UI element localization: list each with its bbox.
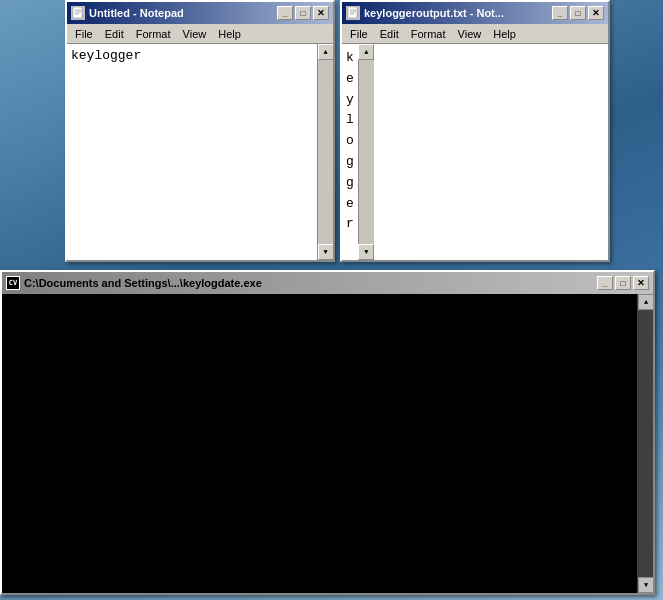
notepad2-maximize-button[interactable]: □ — [570, 6, 586, 20]
notepad2-menu-help[interactable]: Help — [487, 26, 522, 42]
notepad2-icon — [346, 6, 360, 20]
notepad1-scrollbar: ▲ ▼ — [317, 44, 333, 260]
notepad1-menu-edit[interactable]: Edit — [99, 26, 130, 42]
notepad1-icon — [71, 6, 85, 20]
svg-rect-0 — [73, 7, 82, 18]
notepad1-scroll-down[interactable]: ▼ — [318, 244, 334, 260]
notepad1-minimize-button[interactable]: _ — [277, 6, 293, 20]
cmd-titlebar: CV C:\Documents and Settings\...\keylogd… — [2, 272, 653, 294]
cmd-scrollbar: ▲ ▼ — [637, 294, 653, 593]
notepad1-scroll-track[interactable] — [318, 60, 333, 244]
notepad1-window: Untitled - Notepad _ □ ✕ File Edit Forma… — [65, 0, 335, 262]
notepad1-menu-view[interactable]: View — [177, 26, 213, 42]
notepad2-close-button[interactable]: ✕ — [588, 6, 604, 20]
notepad2-menu-file[interactable]: File — [344, 26, 374, 42]
cmd-title: C:\Documents and Settings\...\keylogdate… — [24, 277, 593, 289]
notepad1-scroll-up[interactable]: ▲ — [318, 44, 334, 60]
notepad2-minimize-button[interactable]: _ — [552, 6, 568, 20]
cmd-scroll-track[interactable] — [638, 310, 653, 577]
notepad2-menu-view[interactable]: View — [452, 26, 488, 42]
cmd-window: CV C:\Documents and Settings\...\keylogd… — [0, 270, 655, 595]
cmd-minimize-button[interactable]: _ — [597, 276, 613, 290]
cmd-scroll-up[interactable]: ▲ — [638, 294, 654, 310]
notepad2-window: keyloggeroutput.txt - Not... _ □ ✕ File … — [340, 0, 610, 262]
notepad2-window-buttons: _ □ ✕ — [552, 6, 604, 20]
notepad2-scrollbar: ▲ ▼ — [358, 44, 374, 260]
notepad2-textarea-container: k e y l o g g e r ▲ ▼ — [342, 44, 608, 260]
notepad2-title: keyloggeroutput.txt - Not... — [364, 7, 548, 19]
notepad2-scroll-track[interactable] — [359, 60, 374, 244]
svg-rect-4 — [348, 7, 357, 18]
notepad1-body: File Edit Format View Help keylogger ▲ ▼ — [67, 24, 333, 260]
cmd-scroll-down[interactable]: ▼ — [638, 577, 654, 593]
notepad1-titlebar: Untitled - Notepad _ □ ✕ — [67, 2, 333, 24]
notepad2-body: File Edit Format View Help k e y l o g g… — [342, 24, 608, 260]
notepad2-menubar: File Edit Format View Help — [342, 24, 608, 44]
notepad2-menu-edit[interactable]: Edit — [374, 26, 405, 42]
notepad2-titlebar: keyloggeroutput.txt - Not... _ □ ✕ — [342, 2, 608, 24]
cmd-icon: CV — [6, 276, 20, 290]
notepad2-scroll-up[interactable]: ▲ — [358, 44, 374, 60]
cmd-close-button[interactable]: ✕ — [633, 276, 649, 290]
notepad2-text-content[interactable]: k e y l o g g e r — [342, 44, 358, 260]
notepad1-textarea-container: keylogger ▲ ▼ — [67, 44, 333, 260]
notepad1-window-buttons: _ □ ✕ — [277, 6, 329, 20]
notepad1-text-content[interactable]: keylogger — [67, 44, 317, 260]
cmd-window-buttons: _ □ ✕ — [597, 276, 649, 290]
notepad1-title: Untitled - Notepad — [89, 7, 273, 19]
notepad1-menubar: File Edit Format View Help — [67, 24, 333, 44]
notepad1-maximize-button[interactable]: □ — [295, 6, 311, 20]
cmd-text-area[interactable] — [2, 294, 637, 593]
cmd-maximize-button[interactable]: □ — [615, 276, 631, 290]
cmd-content: ▲ ▼ — [2, 294, 653, 593]
notepad1-menu-file[interactable]: File — [69, 26, 99, 42]
notepad2-scroll-down[interactable]: ▼ — [358, 244, 374, 260]
notepad1-close-button[interactable]: ✕ — [313, 6, 329, 20]
notepad2-menu-format[interactable]: Format — [405, 26, 452, 42]
notepad1-menu-help[interactable]: Help — [212, 26, 247, 42]
notepad1-menu-format[interactable]: Format — [130, 26, 177, 42]
